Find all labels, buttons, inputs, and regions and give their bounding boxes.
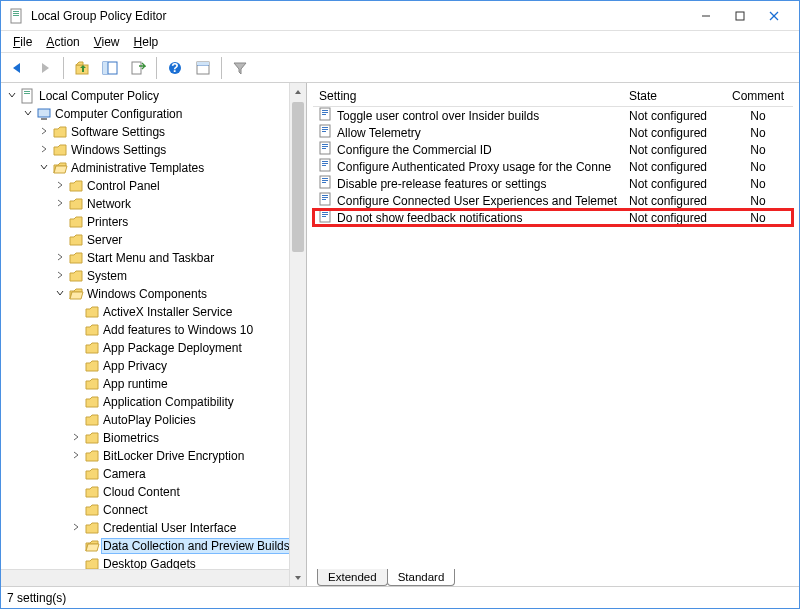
tree-item[interactable]: Cloud Content: [5, 483, 306, 501]
tree-expander-icon[interactable]: [37, 161, 51, 175]
tree-expander-icon[interactable]: [69, 521, 83, 535]
close-button[interactable]: [757, 5, 791, 27]
list-row[interactable]: Allow TelemetryNot configuredNo: [313, 124, 793, 141]
tree-item[interactable]: AutoPlay Policies: [5, 411, 306, 429]
tree-software-settings[interactable]: Software Settings: [5, 123, 306, 141]
tree-expander-icon[interactable]: [53, 287, 67, 301]
tree-expander-icon[interactable]: [69, 431, 83, 445]
tree-scrollbar-h[interactable]: [1, 569, 306, 586]
forward-button[interactable]: [33, 56, 57, 80]
menu-action[interactable]: Action: [40, 33, 85, 51]
up-button[interactable]: [70, 56, 94, 80]
tree-expander-icon[interactable]: [53, 197, 67, 211]
tree-expander-icon[interactable]: [5, 89, 19, 103]
setting-name: Disable pre-release features or settings: [337, 177, 546, 191]
tree-expander-icon[interactable]: [37, 125, 51, 139]
tree-item[interactable]: App runtime: [5, 375, 306, 393]
app-icon: [9, 8, 25, 24]
setting-name: Configure Connected User Experiences and…: [337, 194, 617, 208]
export-button[interactable]: [126, 56, 150, 80]
tree-item[interactable]: Camera: [5, 465, 306, 483]
tree-admin-templates[interactable]: Administrative Templates: [5, 159, 306, 177]
tree-expander-icon[interactable]: [21, 107, 35, 121]
tree-item[interactable]: ActiveX Installer Service: [5, 303, 306, 321]
svg-rect-17: [197, 62, 209, 65]
scroll-down-icon[interactable]: [290, 569, 306, 586]
tree-item[interactable]: Credential User Interface: [5, 519, 306, 537]
tree-expander-icon[interactable]: [37, 143, 51, 157]
tree-item[interactable]: Desktop Gadgets: [5, 555, 306, 569]
setting-name: Do not show feedback notifications: [337, 211, 522, 225]
menubar: File Action View Help: [1, 31, 799, 53]
setting-state: Not configured: [623, 109, 723, 123]
filter-button[interactable]: [228, 56, 252, 80]
tree-expander-icon[interactable]: [69, 449, 83, 463]
folder-icon: [83, 556, 101, 569]
tree-item[interactable]: App Package Deployment: [5, 339, 306, 357]
tree-windows-settings[interactable]: Windows Settings: [5, 141, 306, 159]
column-comment[interactable]: Comment: [723, 89, 793, 103]
list-row[interactable]: Toggle user control over Insider buildsN…: [313, 107, 793, 124]
folder-icon: [35, 106, 53, 122]
toolbar: ?: [1, 53, 799, 83]
tree-item[interactable]: Add features to Windows 10: [5, 321, 306, 339]
tree-server[interactable]: Server: [5, 231, 306, 249]
tree-control-panel[interactable]: Control Panel: [5, 177, 306, 195]
tree-expander-icon[interactable]: [53, 269, 67, 283]
setting-state: Not configured: [623, 126, 723, 140]
tree-item[interactable]: Data Collection and Preview Builds: [5, 537, 306, 555]
scroll-track[interactable]: [290, 100, 306, 569]
list-row[interactable]: Configure Connected User Experiences and…: [313, 192, 793, 209]
list-row[interactable]: Disable pre-release features or settings…: [313, 175, 793, 192]
maximize-button[interactable]: [723, 5, 757, 27]
tree-system[interactable]: System: [5, 267, 306, 285]
tree-label: Application Compatibility: [101, 394, 236, 410]
tree-item[interactable]: BitLocker Drive Encryption: [5, 447, 306, 465]
tab-standard[interactable]: Standard: [387, 569, 456, 586]
help-button[interactable]: ?: [163, 56, 187, 80]
menu-file[interactable]: File: [7, 33, 38, 51]
tree-item[interactable]: Connect: [5, 501, 306, 519]
toolbar-separator: [156, 57, 157, 79]
tree-network[interactable]: Network: [5, 195, 306, 213]
folder-icon: [83, 430, 101, 446]
tree-item[interactable]: App Privacy: [5, 357, 306, 375]
setting-comment: No: [723, 194, 793, 208]
folder-icon: [83, 538, 101, 554]
list-row[interactable]: Configure the Commercial IDNot configure…: [313, 141, 793, 158]
tree-expander-icon[interactable]: [53, 179, 67, 193]
svg-rect-50: [322, 216, 326, 217]
tree-expander-icon[interactable]: [53, 251, 67, 265]
list-row[interactable]: Do not show feedback notificationsNot co…: [313, 209, 793, 226]
tree-scrollbar[interactable]: [289, 83, 306, 586]
tree-root[interactable]: Local Computer Policy: [5, 87, 306, 105]
svg-rect-21: [38, 109, 50, 117]
show-hide-tree-button[interactable]: [98, 56, 122, 80]
svg-rect-41: [322, 180, 328, 181]
menu-help[interactable]: Help: [128, 33, 165, 51]
folder-icon: [83, 484, 101, 500]
column-setting[interactable]: Setting: [313, 89, 623, 103]
menu-view[interactable]: View: [88, 33, 126, 51]
tree-item[interactable]: Application Compatibility: [5, 393, 306, 411]
tree-windows-components[interactable]: Windows Components: [5, 285, 306, 303]
back-button[interactable]: [5, 56, 29, 80]
setting-comment: No: [723, 126, 793, 140]
tree-item[interactable]: Biometrics: [5, 429, 306, 447]
column-state[interactable]: State: [623, 89, 723, 103]
statusbar: 7 setting(s): [1, 586, 799, 608]
folder-icon: [67, 232, 85, 248]
list-row[interactable]: Configure Authenticated Proxy usage for …: [313, 158, 793, 175]
tree-pane: Local Computer PolicyComputer Configurat…: [1, 83, 307, 586]
tree-printers[interactable]: Printers: [5, 213, 306, 231]
scroll-thumb[interactable]: [292, 102, 304, 252]
properties-button[interactable]: [191, 56, 215, 80]
folder-icon: [83, 358, 101, 374]
tab-extended[interactable]: Extended: [317, 569, 388, 586]
tree-start-menu[interactable]: Start Menu and Taskbar: [5, 249, 306, 267]
scroll-up-icon[interactable]: [290, 83, 306, 100]
toolbar-separator: [221, 57, 222, 79]
minimize-button[interactable]: [689, 5, 723, 27]
tree-label: Administrative Templates: [69, 160, 206, 176]
tree-computer-config[interactable]: Computer Configuration: [5, 105, 306, 123]
